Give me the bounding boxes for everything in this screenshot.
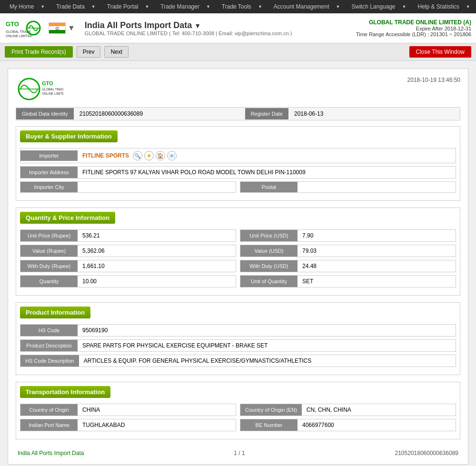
nav-trade-portal[interactable]: Trade Portal ▼ bbox=[101, 3, 155, 10]
account-name: GLOBAL TRADE ONLINE LIMITED (A) bbox=[356, 19, 471, 26]
page-indicator: 1 / 1 bbox=[234, 450, 245, 456]
port-be-row: Indian Port Name TUGHLAKABAD BE Number 4… bbox=[20, 419, 456, 431]
buyer-supplier-section: Buyer & Supplier Information Importer FI… bbox=[16, 126, 460, 201]
transportation-title: Transportation Information bbox=[20, 386, 110, 398]
hs-code-row: HS Code 95069190 bbox=[20, 324, 456, 337]
nav-account-management[interactable]: Account Management ▼ bbox=[268, 3, 346, 10]
duty-usd-value: 24.48 bbox=[298, 260, 456, 272]
value-usd-label: Value (USD) bbox=[240, 245, 298, 257]
unit-of-quantity-label: Unit of Quantity bbox=[240, 276, 298, 287]
email-icon[interactable]: 📧 bbox=[167, 151, 177, 160]
nav-trade-data[interactable]: Trade Data ▼ bbox=[50, 3, 101, 10]
transportation-content: Country of Origin CHINA Country of Origi… bbox=[16, 402, 460, 439]
hs-desc-value: ARTICLES & EQUIP. FOR GENERAL PHYSICAL E… bbox=[79, 355, 456, 367]
postal-value bbox=[298, 182, 456, 192]
record-card: GTO GLOBAL TRADE ONLINE LIMITED 2018-10-… bbox=[8, 69, 468, 465]
value-usd-value: 79.03 bbox=[298, 245, 456, 257]
close-button-top[interactable]: Close This Window bbox=[409, 46, 471, 58]
unit-price-usd-value: 7.90 bbox=[298, 230, 456, 241]
global-data-identity-label: Global Data Identity bbox=[16, 108, 74, 119]
duty-usd-group: With Duty (USD) 24.48 bbox=[240, 260, 456, 272]
record-footer: India All Ports Import Data 1 / 1 210520… bbox=[16, 446, 460, 456]
svg-text:ONLINE LIMITED: ONLINE LIMITED bbox=[42, 92, 63, 95]
importer-address-label: Importer Address bbox=[20, 167, 78, 178]
flag-area: ▼ bbox=[49, 22, 75, 34]
importer-row: Importer FITLINE SPORTS 🔍 ★ 🏠 📧 bbox=[20, 148, 456, 163]
unit-price-usd-label: Unit Price (USD) bbox=[240, 230, 298, 241]
buyer-supplier-title: Buyer & Supplier Information bbox=[20, 130, 118, 142]
indian-port-value: TUGHLAKABAD bbox=[78, 419, 236, 431]
svg-text:ONLINE LIMITED: ONLINE LIMITED bbox=[6, 34, 32, 38]
sub-header: GTO GLOBAL TRADE ONLINE LIMITED ▼ India … bbox=[0, 13, 476, 43]
india-flag bbox=[49, 22, 66, 34]
duty-row: With Duty (Rupee) 1,661.10 With Duty (US… bbox=[20, 260, 456, 272]
page-title: India All Ports Import Data ▼ bbox=[85, 20, 292, 30]
search-icon[interactable]: 🔍 bbox=[133, 151, 142, 160]
hs-code-group: HS Code 95069190 bbox=[20, 324, 456, 337]
product-desc-row: Product Description SPARE PARTS FOR PHYS… bbox=[20, 339, 456, 352]
importer-address-group: Importer Address FITLINE SPORTS 97 KALYA… bbox=[20, 166, 456, 178]
register-date-value: 2018-06-13 bbox=[288, 108, 460, 120]
nav-my-home[interactable]: My Home ▼ bbox=[4, 3, 50, 10]
duty-rupee-label: With Duty (Rupee) bbox=[20, 260, 78, 272]
footer-record-id: 21052018060000636089 bbox=[395, 450, 458, 456]
quantity-label: Quantity bbox=[20, 276, 78, 287]
country-origin-label: Country of Origin bbox=[20, 404, 78, 416]
quantity-price-title: Quantity & Price Information bbox=[20, 212, 115, 224]
importer-address-value: FITLINE SPORTS 97 KALYAN VIHAR POLO ROAD… bbox=[78, 167, 456, 178]
importer-value: FITLINE SPORTS 🔍 ★ 🏠 📧 bbox=[78, 149, 456, 163]
quantity-row: Quantity 10.00 Unit of Quantity SET bbox=[20, 275, 456, 288]
gto-logo: GTO GLOBAL TRADE ONLINE LIMITED bbox=[5, 16, 43, 40]
country-origin-en-value: CN, CHN, CHINA bbox=[302, 404, 456, 416]
card-header: GTO GLOBAL TRADE ONLINE LIMITED 2018-10-… bbox=[16, 77, 460, 101]
global-data-identity-value: 21052018060000636089 bbox=[74, 108, 245, 120]
flag-dropdown[interactable]: ▼ bbox=[68, 24, 75, 32]
card-logo: GTO GLOBAL TRADE ONLINE LIMITED bbox=[16, 77, 63, 101]
hs-desc-label: HS Code Description bbox=[20, 355, 79, 367]
value-rupee-value: 5,362.06 bbox=[78, 245, 236, 257]
buyer-supplier-content: Importer FITLINE SPORTS 🔍 ★ 🏠 📧 bbox=[16, 146, 460, 200]
transportation-section: Transportation Information Country of Or… bbox=[16, 382, 460, 439]
page-title-area: India All Ports Import Data ▼ GLOBAL TRA… bbox=[85, 20, 292, 36]
be-number-value: 4066977600 bbox=[298, 419, 456, 431]
prev-button-top[interactable]: Prev bbox=[77, 46, 101, 58]
importer-group: Importer FITLINE SPORTS 🔍 ★ 🏠 📧 bbox=[20, 148, 456, 163]
quantity-price-section: Quantity & Price Information Unit Price … bbox=[16, 208, 460, 296]
title-dropdown-icon[interactable]: ▼ bbox=[194, 22, 201, 30]
page-subtitle: GLOBAL TRADE ONLINE LIMITED ( Tel: 400-7… bbox=[85, 30, 292, 36]
footer-data-link[interactable]: India All Ports Import Data bbox=[18, 450, 84, 456]
record-timestamp: 2018-10-19 13:46:50 bbox=[407, 77, 460, 83]
expire-info: Expire After 2018-12-31 bbox=[356, 26, 471, 31]
country-origin-row: Country of Origin CHINA Country of Origi… bbox=[20, 404, 456, 416]
importer-icons: 🔍 ★ 🏠 📧 bbox=[133, 151, 177, 160]
register-date-label: Register Date bbox=[245, 108, 288, 119]
indian-port-group: Indian Port Name TUGHLAKABAD bbox=[20, 419, 236, 431]
print-button-top[interactable]: Print Trade Record(s) bbox=[5, 46, 73, 58]
value-usd-group: Value (USD) 79.03 bbox=[240, 245, 456, 257]
svg-text:GTO: GTO bbox=[42, 80, 53, 86]
importer-city-postal-row: Importer City Postal bbox=[20, 181, 456, 193]
nav-switch-language[interactable]: Switch Language ▼ bbox=[346, 3, 412, 10]
importer-city-value bbox=[78, 182, 236, 192]
logo-area: GTO GLOBAL TRADE ONLINE LIMITED bbox=[5, 16, 43, 40]
nav-trade-tools[interactable]: Trade Tools ▼ bbox=[216, 3, 268, 10]
next-button-top[interactable]: Next bbox=[104, 46, 129, 58]
home-icon[interactable]: 🏠 bbox=[156, 151, 165, 160]
hs-desc-row: HS Code Description ARTICLES & EQUIP. FO… bbox=[20, 355, 456, 367]
value-rupee-label: Value (Rupee) bbox=[20, 245, 78, 257]
product-desc-label: Product Description bbox=[20, 340, 78, 351]
nav-arrow: ▼ bbox=[38, 4, 48, 9]
quantity-value: 10.00 bbox=[78, 276, 236, 287]
ldr-info: Time Range Accessible (LDR) : 201301 ~ 2… bbox=[356, 31, 471, 37]
unit-price-row: Unit Price (Rupee) 536.21 Unit Price (US… bbox=[20, 229, 456, 242]
unit-price-usd-group: Unit Price (USD) 7.90 bbox=[240, 229, 456, 242]
unit-price-rupee-group: Unit Price (Rupee) 536.21 bbox=[20, 229, 236, 242]
unit-of-quantity-value: SET bbox=[298, 276, 456, 287]
nav-help-statistics[interactable]: Help & Statistics ▼ bbox=[412, 3, 476, 10]
star-icon[interactable]: ★ bbox=[144, 151, 154, 160]
svg-text:GTO: GTO bbox=[6, 20, 19, 28]
product-desc-group: Product Description SPARE PARTS FOR PHYS… bbox=[20, 339, 456, 352]
quantity-group: Quantity 10.00 bbox=[20, 275, 236, 288]
identity-row: Global Data Identity 2105201806000063608… bbox=[16, 107, 460, 120]
nav-trade-manager[interactable]: Trade Manager ▼ bbox=[155, 3, 216, 10]
